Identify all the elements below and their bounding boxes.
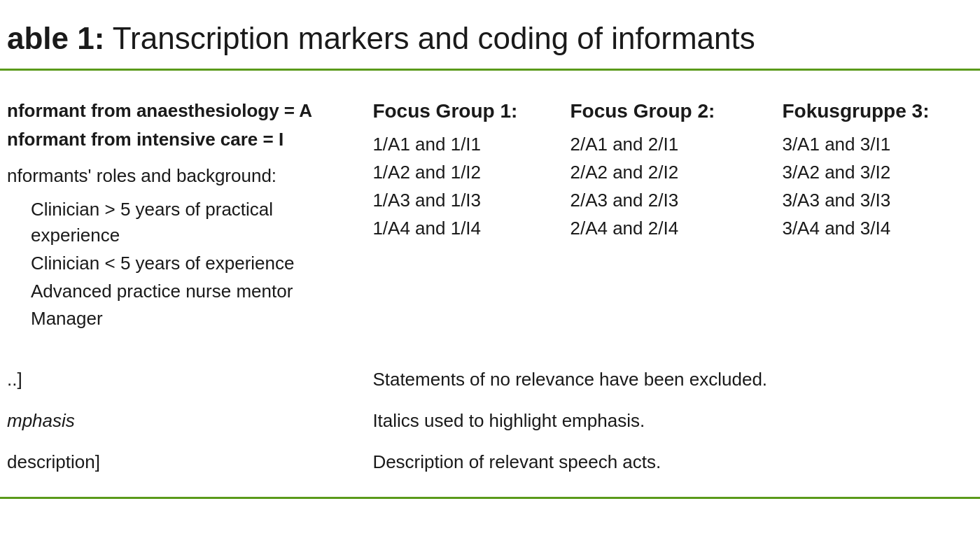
informant-line2: nformant from intensive care = I [7,126,351,153]
marker-row-3: description] Description of relevant spe… [0,442,980,483]
title-row: able 1: Transcription markers and coding… [0,21,980,71]
main-table: nformant from anaesthesiology = A nforma… [0,90,980,499]
marker-row-2: mphasis Italics used to highlight emphas… [0,400,980,442]
marker-value-1: Statements of no relevance have been exc… [365,359,980,400]
fg2-item2: 2/A2 and 2/I2 [570,158,761,186]
fg2-item4: 2/A4 and 2/I4 [570,214,761,242]
marker-label-1: ..] [0,359,365,400]
role-value-3: Advanced practice nurse mentor [31,278,293,305]
marker-row-1: ..] Statements of no relevance have been… [0,359,980,400]
fg1-item1: 1/A1 and 1/I1 [372,130,549,158]
roles-list: Clinician > 5 years of practical experie… [7,197,351,332]
focus-group-2-col: Focus Group 2: 2/A1 and 2/I1 2/A2 and 2/… [563,90,775,341]
fg2-item1: 2/A1 and 2/I1 [570,130,761,158]
title-main: Transcription markers and coding of info… [104,21,755,55]
fg3-header: Fokusgruppe 3: [782,97,966,126]
roles-header: nformants' roles and background: [7,163,351,190]
fg2-header: Focus Group 2: [570,97,761,126]
fg1-header: Focus Group 1: [372,97,549,126]
marker-label-2: mphasis [0,400,365,442]
fg3-item1: 3/A1 and 3/I1 [782,130,966,158]
fg2-item3: 2/A3 and 2/I3 [570,186,761,214]
main-content-row: nformant from anaesthesiology = A nforma… [0,90,980,341]
role-value-1: Clinician > 5 years of practical experie… [31,197,351,249]
bottom-pad-row [0,483,980,498]
informant-line1: nformant from anaesthesiology = A [7,97,351,125]
fg3-item2: 3/A2 and 3/I2 [782,158,966,186]
spacer-cell [0,341,980,359]
spacer-row [0,341,980,359]
fg3-item3: 3/A3 and 3/I3 [782,186,966,214]
fg3-item4: 3/A4 and 3/I4 [782,214,966,242]
role-item-3: Advanced practice nurse mentor [7,278,351,305]
role-item-4: Manager [7,306,351,332]
role-value-2: Clinician < 5 years of experience [31,251,294,277]
page-title: able 1: Transcription markers and coding… [7,21,755,55]
marker-value-2: Italics used to highlight emphasis. [365,400,980,442]
focus-group-3-col: Fokusgruppe 3: 3/A1 and 3/I1 3/A2 and 3/… [775,90,980,341]
marker-value-3: Description of relevant speech acts. [365,442,980,483]
fg1-item4: 1/A4 and 1/I4 [372,214,549,242]
focus-group-1-col: Focus Group 1: 1/A1 and 1/I1 1/A2 and 1/… [365,90,563,341]
bottom-pad-cell [0,483,980,498]
title-prefix: able 1: [7,21,104,55]
fg1-item2: 1/A2 and 1/I2 [372,158,549,186]
fg1-item3: 1/A3 and 1/I3 [372,186,549,214]
left-column: nformant from anaesthesiology = A nforma… [0,90,365,341]
page-container: able 1: Transcription markers and coding… [0,0,980,550]
role-value-4: Manager [31,306,103,332]
role-item-2: Clinician < 5 years of experience [7,251,351,277]
role-item-1: Clinician > 5 years of practical experie… [7,197,351,249]
marker-label-3: description] [0,442,365,483]
